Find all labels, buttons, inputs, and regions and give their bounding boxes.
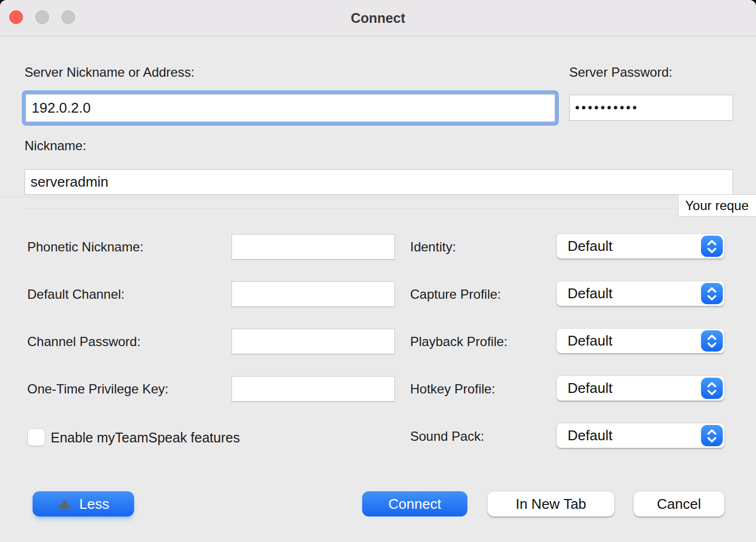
identity-label: Identity: bbox=[410, 239, 456, 255]
updown-chevrons-icon bbox=[701, 425, 723, 446]
privilege-key-label: One-Time Privilege Key: bbox=[27, 381, 168, 397]
enable-myteamspeak-checkbox[interactable] bbox=[27, 428, 45, 446]
nickname-input[interactable] bbox=[25, 169, 733, 195]
hotkey-profile-dropdown-value: Default bbox=[557, 380, 724, 397]
in-new-tab-button-label: In New Tab bbox=[516, 496, 587, 513]
default-channel-input[interactable] bbox=[231, 281, 395, 307]
close-button[interactable] bbox=[9, 10, 23, 24]
section-divider bbox=[0, 197, 756, 198]
tooltip: Your reque bbox=[678, 194, 756, 217]
hotkey-profile-label: Hotkey Profile: bbox=[410, 381, 495, 397]
less-button-label: Less bbox=[80, 496, 109, 513]
separator-groove bbox=[25, 209, 733, 210]
minimize-button bbox=[35, 10, 49, 24]
hotkey-profile-dropdown[interactable]: Default bbox=[557, 376, 724, 401]
zoom-button bbox=[62, 10, 75, 24]
server-password-label: Server Password: bbox=[569, 65, 672, 80]
server-address-input[interactable] bbox=[26, 94, 555, 122]
updown-chevrons-icon bbox=[701, 378, 723, 399]
playback-profile-dropdown-value: Default bbox=[557, 332, 724, 349]
channel-password-input[interactable] bbox=[231, 329, 395, 354]
title-bar[interactable]: Connect bbox=[0, 0, 756, 36]
collapse-triangle-icon bbox=[58, 500, 71, 509]
sound-pack-dropdown[interactable]: Default bbox=[557, 423, 724, 448]
identity-dropdown-value: Default bbox=[557, 238, 724, 255]
default-channel-label: Default Channel: bbox=[27, 287, 125, 302]
enable-myteamspeak-label: Enable myTeamSpeak features bbox=[51, 430, 240, 446]
updown-chevrons-icon bbox=[701, 330, 723, 352]
capture-profile-dropdown-value: Default bbox=[557, 285, 724, 302]
window-title: Connect bbox=[0, 0, 756, 36]
playback-profile-dropdown[interactable]: Default bbox=[557, 329, 724, 353]
less-button[interactable]: Less bbox=[33, 491, 134, 516]
in-new-tab-button[interactable]: In New Tab bbox=[487, 491, 614, 516]
connect-button-label: Connect bbox=[388, 496, 441, 513]
identity-dropdown[interactable]: Default bbox=[557, 234, 724, 258]
channel-password-label: Channel Password: bbox=[27, 334, 141, 349]
phonetic-nickname-input[interactable] bbox=[231, 234, 395, 260]
privilege-key-input[interactable] bbox=[231, 376, 395, 402]
sound-pack-label: Sound Pack: bbox=[410, 429, 484, 444]
server-address-focus-ring bbox=[22, 90, 559, 126]
cancel-button[interactable]: Cancel bbox=[633, 491, 724, 516]
updown-chevrons-icon bbox=[701, 236, 723, 257]
connect-button[interactable]: Connect bbox=[362, 491, 467, 516]
connect-dialog: Connect Server Nickname or Address: Serv… bbox=[0, 0, 756, 542]
sound-pack-dropdown-value: Default bbox=[557, 427, 724, 444]
capture-profile-dropdown[interactable]: Default bbox=[557, 281, 724, 306]
cancel-button-label: Cancel bbox=[657, 496, 701, 513]
nickname-label: Nickname: bbox=[25, 138, 86, 153]
server-address-label: Server Nickname or Address: bbox=[25, 65, 194, 80]
capture-profile-label: Capture Profile: bbox=[410, 287, 501, 302]
playback-profile-label: Playback Profile: bbox=[410, 334, 508, 349]
updown-chevrons-icon bbox=[701, 283, 723, 304]
server-password-input[interactable] bbox=[569, 95, 733, 121]
phonetic-nickname-label: Phonetic Nickname: bbox=[27, 239, 143, 255]
